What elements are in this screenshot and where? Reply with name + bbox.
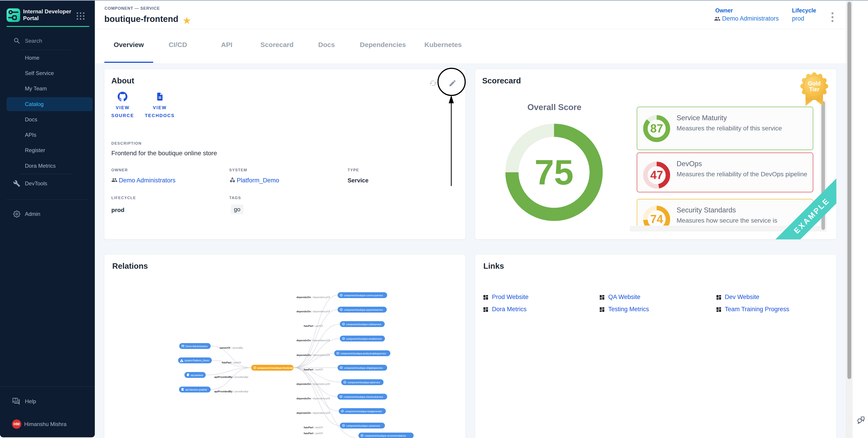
svg-text:component:boutique-currencyser: component:boutique-currencyservice xyxy=(344,294,383,297)
svg-text:dependsOn / dependencyOf: dependsOn / dependencyOf xyxy=(297,354,330,357)
svg-text:component:boutique-loadgenerat: component:boutique-loadgenerator xyxy=(345,410,382,413)
svg-text:Tier: Tier xyxy=(809,86,819,93)
svg-text:hasPart / partOf: hasPart / partOf xyxy=(222,361,241,364)
svg-text:component:boutique-checkoutser: component:boutique-checkoutservice xyxy=(344,396,383,398)
svg-text:dependsOn / dependencyOf: dependsOn / dependencyOf xyxy=(297,310,330,313)
svg-text:dependsOn / dependencyOf: dependsOn / dependencyOf xyxy=(297,296,330,299)
svg-text:component:boutique-productcata: component:boutique-productcatalogservice xyxy=(341,352,386,355)
svg-text:component:boutique-redisservic: component:boutique-redisservice xyxy=(346,323,381,326)
svg-text:component:boutique-recommendat: component:boutique-recommendations xyxy=(365,434,406,437)
svg-text:hasPart / partOf: hasPart / partOf xyxy=(304,325,323,327)
svg-text:component:boutique-frontend: component:boutique-frontend xyxy=(257,367,293,369)
svg-text:api:starwars-graphql: api:starwars-graphql xyxy=(185,388,207,391)
svg-text:hasPart / partOf: hasPart / partOf xyxy=(304,432,323,435)
svg-text:component:boutique-paymentserv: component:boutique-paymentservice xyxy=(344,308,383,311)
svg-text:hasPart / partOf: hasPart / partOf xyxy=(304,368,323,371)
svg-text:component:boutique-cartservice: component:boutique-cartservice xyxy=(346,425,380,427)
svg-text:Gold: Gold xyxy=(808,80,821,87)
svg-text:component:boutique-emailservic: component:boutique-emailservice xyxy=(346,337,382,340)
svg-text:dependsOn / dependencyOf: dependsOn / dependencyOf xyxy=(297,397,330,400)
svg-text:system:Platform_Demo: system:Platform_Demo xyxy=(184,359,209,362)
svg-text:hasPart / partOf: hasPart / partOf xyxy=(304,426,323,429)
svg-text:apiProvidedBy / providesApi: apiProvidedBy / providesApi xyxy=(214,376,248,378)
svg-text:dependsOn / dependencyOf: dependsOn / dependencyOf xyxy=(297,339,330,342)
svg-text:dependsOn / dependencyOf: dependsOn / dependencyOf xyxy=(297,411,330,414)
svg-text:Demo Administrators: Demo Administrators xyxy=(186,345,208,347)
svg-text:dependsOn / dependencyOf: dependsOn / dependencyOf xyxy=(297,383,330,385)
svg-text:component:boutique-adservice: component:boutique-adservice xyxy=(347,381,380,384)
svg-text:api:petstore: api:petstore xyxy=(191,374,203,376)
svg-text:ownerOf / ownedBy: ownerOf / ownedBy xyxy=(219,346,243,349)
svg-text:apiProvidedBy / providesApi: apiProvidedBy / providesApi xyxy=(214,390,248,393)
svg-text:component:boutique-shippingser: component:boutique-shippingservice xyxy=(344,367,383,369)
